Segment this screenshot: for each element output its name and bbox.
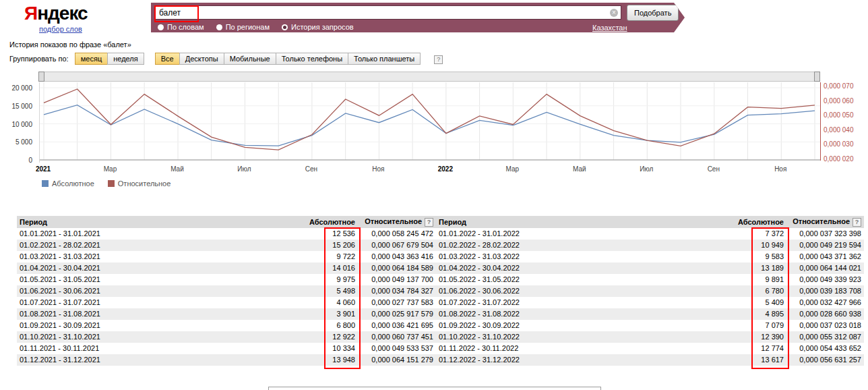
table-cell: 6 800 — [307, 320, 358, 331]
table-cell: 01.05.2021 - 31.05.2021 — [17, 274, 307, 285]
col-absolute-2022: Абсолютное — [735, 216, 786, 228]
period-button-0[interactable]: месяц — [75, 53, 108, 65]
table-cell: 01.11.2022 - 30.11.2022 — [436, 343, 735, 354]
y-tick-left: 20 000 — [11, 84, 32, 92]
wordstat-link[interactable]: подбор слов — [39, 25, 82, 33]
x-tick: Май — [170, 165, 184, 173]
clear-icon[interactable]: × — [610, 9, 618, 17]
table-cell: 0,000 032 427 966 — [786, 297, 864, 308]
table-cell: 01.12.2021 - 31.12.2021 — [17, 354, 307, 366]
table-cell: 0,000 054 433 652 — [786, 343, 864, 354]
table-row: 01.09.2021 - 30.09.20216 8000,000 036 42… — [17, 320, 864, 331]
table-header-row: Период Абсолютное Относительное? Период … — [17, 216, 864, 228]
table-row: 01.06.2021 - 30.06.20215 4980,000 034 78… — [17, 285, 864, 297]
device-button-3[interactable]: Только телефоны — [276, 53, 348, 65]
mode-tab-0[interactable]: По словам — [158, 23, 204, 31]
mode-label: По словам — [167, 23, 204, 31]
table-cell: 12 536 — [307, 228, 358, 240]
x-tick: Ноя — [372, 165, 384, 173]
table-cell: 01.03.2022 - 31.03.2022 — [436, 251, 735, 262]
yandex-logo[interactable]: Яндекс — [24, 3, 88, 24]
x-tick: Ноя — [774, 165, 786, 173]
table-cell: 0,000 067 679 504 — [358, 240, 436, 251]
period-button-1[interactable]: неделя — [107, 53, 144, 65]
device-button-0[interactable]: Все — [155, 53, 180, 65]
table-cell: 0,000 037 023 018 — [786, 320, 864, 331]
table-cell: 6 780 — [735, 285, 786, 297]
slider-handle-right[interactable] — [814, 72, 820, 82]
table-cell: 0,000 049 219 594 — [786, 240, 864, 251]
search-band: × Подобрать По словамПо регионамИстория … — [151, 3, 685, 32]
chart-svg — [40, 82, 820, 163]
table-cell: 7 079 — [735, 320, 786, 331]
table-cell: 4 895 — [735, 308, 786, 320]
help-icon[interactable]: ? — [852, 218, 861, 227]
slider-handle-left[interactable] — [38, 72, 44, 82]
table-cell: 01.12.2022 - 31.12.2022 — [436, 354, 735, 366]
table-row: 01.11.2021 - 30.11.202110 3340,000 049 5… — [17, 343, 864, 354]
y-tick-left: 0 — [28, 157, 32, 164]
period-buttons: месяцнеделя — [75, 55, 144, 63]
table-cell: 01.04.2021 - 30.04.2021 — [17, 262, 307, 274]
device-button-1[interactable]: Десктопы — [179, 53, 224, 65]
right-axis-line — [820, 82, 821, 161]
legend-item-0: Абсолютное — [42, 179, 94, 188]
table-cell: 01.07.2021 - 31.07.2021 — [17, 297, 307, 308]
table-cell: 14 016 — [307, 262, 358, 274]
table-cell: 0,000 039 183 708 — [786, 285, 864, 297]
y-tick-left: 10 000 — [11, 121, 32, 128]
mode-tab-1[interactable]: По регионам — [216, 23, 270, 31]
submit-button[interactable]: Подобрать — [627, 5, 679, 21]
range-slider[interactable] — [38, 72, 820, 82]
table-cell: 10 334 — [307, 343, 358, 354]
table-row: 01.10.2021 - 31.10.202112 9220,000 060 7… — [17, 331, 864, 343]
table-cell: 01.06.2022 - 30.06.2022 — [436, 285, 735, 297]
y-tick-right: 0,000 070 — [824, 82, 854, 90]
y-tick-right: 0,000 040 — [824, 126, 854, 134]
region-link[interactable]: Казахстан — [592, 24, 627, 32]
group-row: Группировать по: месяцнеделя ВсеДесктопы… — [9, 53, 443, 65]
table-cell: 4 060 — [307, 297, 358, 308]
x-tick: Мар — [104, 165, 117, 173]
device-buttons: ВсеДесктопыМобильныеТолько телефоныТольк… — [155, 55, 420, 63]
table-row: 01.01.2021 - 31.01.202112 5360,000 058 2… — [17, 228, 864, 240]
table-cell: 0,000 043 363 416 — [358, 251, 436, 262]
device-button-4[interactable]: Только планшеты — [348, 53, 421, 65]
table-cell: 0,000 058 245 472 — [358, 228, 436, 240]
table-cell: 0,000 025 917 579 — [358, 308, 436, 320]
device-button-2[interactable]: Мобильные — [224, 53, 276, 65]
x-tick: Мар — [506, 165, 520, 173]
table-cell: 9 722 — [307, 251, 358, 262]
table-row: 01.08.2021 - 31.08.20213 9010,000 025 91… — [17, 308, 864, 320]
table-cell: 01.05.2022 - 31.05.2022 — [436, 274, 735, 285]
table-cell: 01.01.2022 - 31.01.2022 — [436, 228, 735, 240]
x-axis: 2021МарМайИюлСенНоя2022МарМайИюлСенНоя — [39, 165, 819, 175]
table-cell: 0,000 043 371 362 — [786, 251, 864, 262]
table-cell: 3 901 — [307, 308, 358, 320]
table-cell: 01.06.2021 - 30.06.2021 — [17, 285, 307, 297]
table-cell: 01.07.2022 - 31.07.2022 — [436, 297, 735, 308]
col-relative-2022: Относительное? — [786, 216, 864, 228]
table-cell: 12 390 — [735, 331, 786, 343]
search-input[interactable] — [155, 5, 621, 20]
history-table: Период Абсолютное Относительное? Период … — [17, 216, 864, 366]
table-cell: 13 617 — [735, 354, 786, 366]
table-cell: 01.03.2021 - 31.03.2021 — [17, 251, 307, 262]
mode-tab-2[interactable]: История запросов — [282, 23, 354, 31]
table-row: 01.12.2021 - 31.12.202113 9480,000 064 1… — [17, 354, 864, 366]
legend-label: Относительное — [118, 179, 171, 188]
help-icon[interactable]: ? — [425, 218, 433, 227]
table-cell: 0,000 034 784 327 — [358, 285, 436, 297]
table-cell: 9 891 — [735, 274, 786, 285]
help-icon[interactable]: ? — [434, 55, 443, 64]
table-row: 01.05.2021 - 31.05.20219 9750,000 049 13… — [17, 274, 864, 285]
table-cell: 01.02.2022 - 28.02.2022 — [436, 240, 735, 251]
legend-item-1: Относительное — [108, 179, 171, 188]
x-tick: 2021 — [36, 165, 51, 173]
y-tick-right: 0,000 020 — [824, 155, 854, 163]
table-cell: 7 372 — [735, 228, 786, 240]
table-cell: 01.09.2021 - 30.09.2021 — [17, 320, 307, 331]
table-cell: 0,000 060 737 451 — [358, 331, 436, 343]
table-cell: 12 774 — [735, 343, 786, 354]
table-cell: 0,000 037 323 398 — [786, 228, 864, 240]
